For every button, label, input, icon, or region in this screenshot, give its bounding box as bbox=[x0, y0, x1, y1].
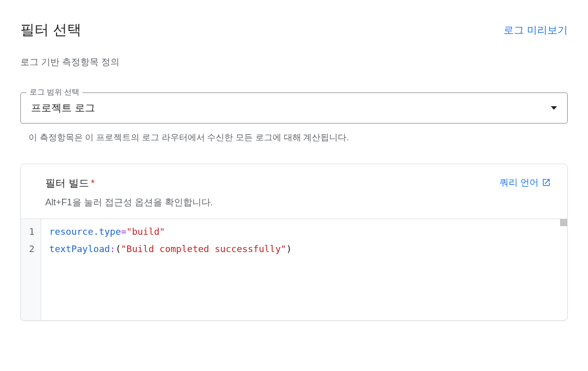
required-asterisk: * bbox=[91, 177, 95, 189]
log-scope-select-container: 로그 범위 선택 프로젝트 로그 bbox=[20, 92, 568, 123]
filter-build-title: 필터 빌드* bbox=[45, 176, 213, 190]
header-row: 필터 선택 로그 미리보기 bbox=[20, 20, 568, 40]
external-link-icon bbox=[542, 178, 551, 187]
filter-header: 필터 빌드* Alt+F1을 눌러 접근성 옵션을 확인합니다. 쿼리 언어 bbox=[21, 164, 567, 219]
log-preview-link[interactable]: 로그 미리보기 bbox=[504, 23, 568, 37]
filter-hint: Alt+F1을 눌러 접근성 옵션을 확인합니다. bbox=[45, 196, 213, 208]
scope-helper-text: 이 측정항목은 이 프로젝트의 로그 라우터에서 수신한 모든 로그에 대해 계… bbox=[28, 132, 568, 143]
code-line-1: resource.type="build" bbox=[49, 223, 559, 240]
chevron-down-icon bbox=[551, 106, 557, 110]
line-numbers: 1 2 bbox=[21, 219, 41, 320]
code-content[interactable]: resource.type="build"textPayload:("Build… bbox=[41, 219, 567, 320]
filter-header-left: 필터 빌드* Alt+F1을 눌러 접근성 옵션을 확인합니다. bbox=[45, 176, 213, 208]
filter-build-card: 필터 빌드* Alt+F1을 눌러 접근성 옵션을 확인합니다. 쿼리 언어 1… bbox=[20, 164, 568, 321]
query-language-link[interactable]: 쿼리 언어 bbox=[499, 176, 551, 189]
log-scope-select-value: 프로젝트 로그 bbox=[31, 101, 95, 115]
page-title: 필터 선택 bbox=[20, 20, 81, 40]
log-scope-select-label: 로그 범위 선택 bbox=[26, 87, 82, 97]
code-editor[interactable]: 1 2 resource.type="build"textPayload:("B… bbox=[21, 219, 567, 320]
scrollbar-indicator bbox=[560, 219, 567, 226]
subtitle: 로그 기반 측정항목 정의 bbox=[20, 56, 568, 68]
code-line-2: textPayload:("Build completed successful… bbox=[49, 240, 559, 258]
log-scope-select[interactable]: 프로젝트 로그 bbox=[20, 92, 568, 123]
